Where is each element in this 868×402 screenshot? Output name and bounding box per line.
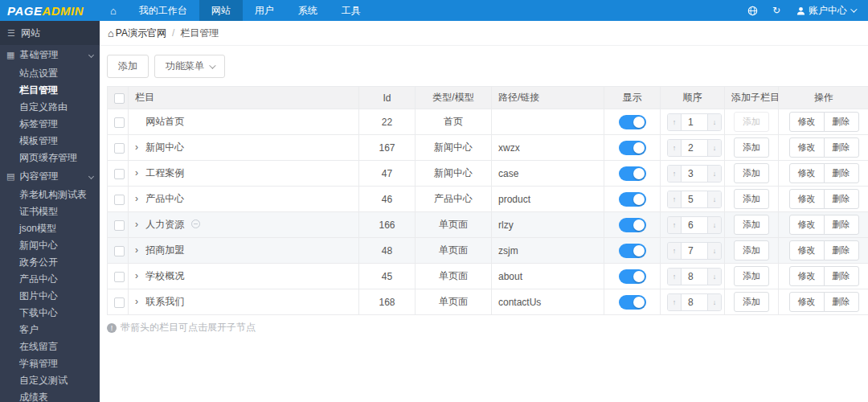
add-child-button[interactable]: 添加	[734, 240, 769, 260]
row-checkbox[interactable]	[114, 272, 125, 282]
order-down-button[interactable]: ↓	[708, 191, 721, 207]
column-name[interactable]: 人力资源	[145, 219, 184, 230]
row-checkbox[interactable]	[114, 220, 125, 231]
sidebar-item[interactable]: 在线留言	[0, 338, 100, 355]
order-down-button[interactable]: ↓	[708, 243, 721, 259]
order-up-button[interactable]: ↑	[668, 217, 681, 233]
sidebar-item[interactable]: 产品中心	[0, 271, 100, 288]
modify-button[interactable]: 修改	[789, 137, 825, 158]
row-checkbox[interactable]	[114, 246, 125, 256]
order-value[interactable]: 5	[681, 191, 708, 207]
sidebar-item[interactable]: 养老机构测试表	[0, 187, 100, 203]
expand-arrow-icon[interactable]	[135, 270, 143, 281]
modify-button[interactable]: 修改	[789, 163, 825, 183]
expand-arrow-icon[interactable]	[135, 296, 143, 307]
sidebar-item[interactable]: 新闻中心	[0, 237, 100, 254]
sidebar-item[interactable]: 标签管理	[0, 116, 100, 133]
modify-button[interactable]: 修改	[789, 189, 825, 209]
order-down-button[interactable]: ↓	[708, 217, 721, 233]
account-menu[interactable]: 账户中心	[788, 4, 858, 18]
order-up-button[interactable]: ↑	[668, 243, 681, 259]
row-checkbox[interactable]	[114, 143, 125, 154]
row-checkbox[interactable]	[114, 297, 125, 308]
add-child-button[interactable]: 添加	[734, 292, 769, 312]
modify-button[interactable]: 修改	[789, 112, 825, 132]
column-name[interactable]: 学校概况	[145, 270, 184, 281]
delete-button[interactable]: 删除	[824, 112, 859, 132]
order-value[interactable]: 7	[681, 243, 708, 259]
order-value[interactable]: 6	[681, 217, 708, 233]
visibility-toggle[interactable]	[619, 115, 646, 129]
add-child-button[interactable]: 添加	[734, 215, 769, 235]
add-child-button[interactable]: 添加	[734, 189, 769, 209]
visibility-toggle[interactable]	[619, 166, 646, 181]
breadcrumb-site[interactable]: PA演示官网	[116, 27, 166, 40]
sidebar-group-content[interactable]: ▤ 内容管理	[0, 166, 100, 187]
add-child-button[interactable]: 添加	[734, 112, 769, 132]
navbar-item[interactable]: 网站	[199, 0, 243, 21]
select-all-checkbox[interactable]	[114, 93, 125, 104]
globe-icon[interactable]	[740, 0, 764, 21]
delete-button[interactable]: 删除	[824, 240, 859, 260]
row-checkbox[interactable]	[114, 117, 125, 128]
delete-button[interactable]: 删除	[824, 266, 859, 286]
order-up-button[interactable]: ↑	[668, 294, 681, 310]
visibility-toggle[interactable]	[619, 218, 646, 232]
sidebar-item[interactable]: 自定义测试	[0, 372, 100, 389]
sidebar-item[interactable]: 网页缓存管理	[0, 150, 100, 166]
navbar-item[interactable]: 工具	[330, 0, 373, 21]
order-value[interactable]: 8	[681, 294, 708, 310]
sidebar-item[interactable]: 证书模型	[0, 203, 100, 220]
order-down-button[interactable]: ↓	[708, 294, 721, 310]
sidebar-title[interactable]: ☰ 网站	[0, 21, 100, 45]
row-checkbox[interactable]	[114, 195, 125, 205]
sidebar-item[interactable]: 自定义路由	[0, 99, 100, 116]
sidebar-item[interactable]: 政务公开	[0, 254, 100, 271]
sidebar-item[interactable]: 下载中心	[0, 305, 100, 322]
add-child-button[interactable]: 添加	[734, 163, 769, 183]
visibility-toggle[interactable]	[619, 141, 646, 155]
column-name[interactable]: 网站首页	[145, 116, 184, 127]
order-down-button[interactable]: ↓	[708, 114, 721, 130]
order-value[interactable]: 2	[681, 140, 708, 156]
sidebar-group-basic[interactable]: ▦ 基础管理	[0, 45, 100, 65]
sidebar-item[interactable]: 站点设置	[0, 65, 100, 82]
order-value[interactable]: 1	[681, 114, 708, 130]
order-up-button[interactable]: ↑	[668, 114, 681, 130]
modify-button[interactable]: 修改	[789, 240, 825, 260]
sidebar-item[interactable]: 模板管理	[0, 133, 100, 150]
visibility-toggle[interactable]	[619, 295, 646, 310]
expand-arrow-icon[interactable]	[135, 167, 143, 178]
order-down-button[interactable]: ↓	[708, 269, 721, 285]
sidebar-item[interactable]: 栏目管理	[0, 82, 100, 99]
delete-button[interactable]: 删除	[824, 215, 859, 235]
order-down-button[interactable]: ↓	[708, 140, 721, 156]
order-value[interactable]: 3	[681, 166, 708, 182]
expand-arrow-icon[interactable]	[135, 142, 143, 153]
column-name[interactable]: 联系我们	[145, 296, 184, 307]
sidebar-item[interactable]: 成绩表	[0, 389, 100, 402]
column-name[interactable]: 产品中心	[145, 193, 184, 204]
modify-button[interactable]: 修改	[789, 292, 825, 312]
order-up-button[interactable]: ↑	[668, 191, 681, 207]
delete-button[interactable]: 删除	[824, 137, 859, 158]
column-name[interactable]: 新闻中心	[145, 142, 184, 153]
expand-arrow-icon[interactable]	[135, 244, 143, 256]
order-down-button[interactable]: ↓	[708, 166, 721, 182]
delete-button[interactable]: 删除	[824, 292, 859, 312]
visibility-toggle[interactable]	[619, 244, 646, 258]
navbar-item[interactable]: 用户	[243, 0, 286, 21]
expand-arrow-icon[interactable]	[135, 193, 143, 204]
navbar-item[interactable]: 系统	[286, 0, 330, 21]
sidebar-item[interactable]: 客户	[0, 322, 100, 338]
sidebar-item[interactable]: 图片中心	[0, 288, 100, 305]
refresh-icon[interactable]: ↻	[764, 0, 788, 21]
sidebar-item[interactable]: json模型	[0, 220, 100, 237]
sidebar-item[interactable]: 学籍管理	[0, 355, 100, 372]
modify-button[interactable]: 修改	[789, 266, 825, 286]
function-menu-button[interactable]: 功能菜单	[154, 55, 225, 78]
pageadmin-logo[interactable]: PAGEADMIN	[0, 0, 100, 21]
delete-button[interactable]: 删除	[824, 163, 859, 183]
add-button[interactable]: 添加	[107, 55, 149, 78]
expand-arrow-icon[interactable]	[135, 219, 143, 230]
